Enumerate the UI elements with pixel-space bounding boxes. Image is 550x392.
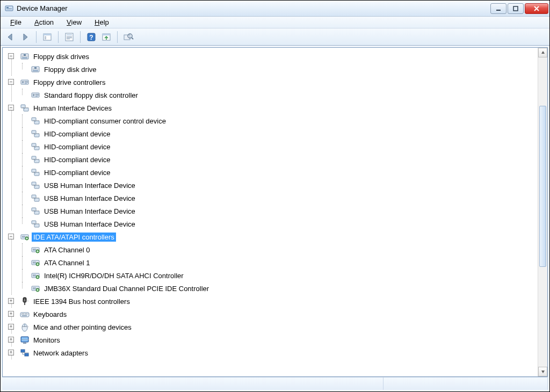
tree-node[interactable]: JMB36X Standard Dual Channel PCIE IDE Co…: [30, 282, 538, 295]
expand-icon[interactable]: +: [8, 324, 14, 330]
tree-node-label[interactable]: Intel(R) ICH9R/DO/DH SATA AHCI Controlle…: [42, 271, 185, 280]
scroll-up-arrow[interactable]: [538, 48, 547, 57]
scan-hardware-button[interactable]: [100, 31, 113, 43]
svg-rect-49: [32, 182, 36, 185]
collapse-icon[interactable]: −: [8, 79, 14, 85]
tree-node[interactable]: USB Human Interface Device: [30, 205, 538, 217]
tree-node[interactable]: Floppy disk drive: [30, 63, 538, 76]
update-driver-button[interactable]: [122, 31, 135, 43]
vertical-scrollbar[interactable]: [538, 48, 547, 376]
forward-button[interactable]: [19, 31, 32, 43]
expand-icon[interactable]: +: [8, 350, 14, 355]
menu-view[interactable]: View: [61, 17, 87, 27]
collapse-icon[interactable]: −: [8, 53, 14, 59]
titlebar[interactable]: Device Manager: [1, 1, 549, 17]
toolbar-separator: [80, 31, 81, 43]
tree-node[interactable]: HID-compliant consumer control device: [30, 114, 538, 127]
show-hidden-button[interactable]: [41, 31, 54, 43]
tree-node-label[interactable]: Floppy disk drive: [42, 65, 98, 74]
tree-node-label[interactable]: Mice and other pointing devices: [32, 323, 133, 332]
status-cell-1: [2, 378, 383, 390]
tree-node-label[interactable]: Network adapters: [32, 349, 90, 358]
tree-node[interactable]: Intel(R) ICH9R/DO/DH SATA AHCI Controlle…: [30, 269, 538, 282]
menu-action[interactable]: Action: [29, 17, 59, 27]
tree-node-label[interactable]: ATA Channel 1: [42, 258, 92, 267]
tree-node[interactable]: USB Human Interface Device: [30, 217, 538, 230]
tree-node[interactable]: IEEE 1394 Bus host controllers: [19, 295, 538, 308]
tree-node-label[interactable]: ATA Channel 0: [42, 245, 92, 255]
tree-node-label[interactable]: HID-compliant device: [42, 155, 112, 164]
app-icon: [5, 4, 13, 13]
tree-node-label[interactable]: Human Interface Devices: [32, 104, 113, 113]
tree-node[interactable]: IDE ATA/ATAPI controllers: [19, 230, 538, 243]
tree-node[interactable]: ATA Channel 0: [30, 243, 538, 256]
svg-rect-6: [44, 34, 51, 35]
tree-node[interactable]: USB Human Interface Device: [30, 192, 538, 205]
maximize-button[interactable]: [508, 3, 524, 14]
collapse-icon[interactable]: −: [8, 105, 14, 111]
expand-icon[interactable]: +: [8, 337, 14, 343]
tree-node[interactable]: Floppy disk drives: [19, 50, 538, 63]
tree-node[interactable]: USB Human Interface Device: [30, 179, 538, 192]
tree-node-label[interactable]: IDE ATA/ATAPI controllers: [32, 233, 116, 242]
help-button[interactable]: ?: [85, 31, 98, 43]
menu-help[interactable]: Help: [89, 17, 114, 27]
no-expander: [19, 285, 25, 291]
tree-node-label[interactable]: JMB36X Standard Dual Channel PCIE IDE Co…: [42, 284, 211, 293]
tree-node[interactable]: HID-compliant device: [30, 127, 538, 140]
tree-node[interactable]: Network adapters: [19, 346, 538, 359]
hid-icon: [31, 129, 40, 139]
hid-icon: [31, 206, 40, 216]
tree-node[interactable]: Monitors: [19, 333, 538, 346]
svg-rect-14: [67, 39, 70, 39]
expand-icon[interactable]: +: [8, 298, 14, 304]
tree-node[interactable]: Human Interface Devices: [19, 101, 538, 114]
collapse-icon[interactable]: −: [8, 234, 14, 239]
expand-icon[interactable]: +: [8, 311, 14, 317]
tree-node-label[interactable]: USB Human Interface Device: [42, 181, 137, 190]
floppy-drive-icon: [31, 64, 40, 74]
no-expander: [19, 259, 25, 265]
svg-rect-58: [22, 236, 25, 238]
tree-node[interactable]: HID-compliant device: [30, 153, 538, 166]
window-title: Device Manager: [17, 4, 68, 12]
tree-node-label[interactable]: HID-compliant device: [42, 129, 112, 139]
svg-rect-3: [496, 10, 501, 11]
no-expander: [19, 246, 25, 252]
tree-node[interactable]: Standard floppy disk controller: [30, 89, 538, 101]
menu-file[interactable]: File: [5, 17, 27, 27]
properties-button[interactable]: [63, 31, 76, 43]
tree-node-label[interactable]: IEEE 1394 Bus host controllers: [32, 297, 132, 306]
scroll-thumb[interactable]: [539, 106, 546, 267]
no-expander: [19, 272, 25, 278]
device-tree[interactable]: −Floppy disk drivesFloppy disk drive−Flo…: [8, 50, 538, 359]
tree-node[interactable]: HID-compliant device: [30, 140, 538, 153]
tree-node[interactable]: Mice and other pointing devices: [19, 321, 538, 333]
svg-rect-82: [21, 337, 28, 342]
tree-node-label[interactable]: USB Human Interface Device: [42, 194, 137, 203]
minimize-button[interactable]: [490, 3, 506, 14]
tree-node-label[interactable]: HID-compliant consumer control device: [42, 117, 168, 126]
ide-icon: [31, 245, 40, 255]
tree-node-label[interactable]: HID-compliant device: [42, 168, 112, 177]
scroll-track[interactable]: [538, 57, 547, 367]
tree-node[interactable]: Floppy drive controllers: [19, 76, 538, 89]
scroll-down-arrow[interactable]: [538, 367, 547, 376]
svg-rect-84: [21, 350, 25, 352]
tree-node-label[interactable]: Keyboards: [32, 310, 68, 319]
tree-node-label[interactable]: Standard floppy disk controller: [42, 91, 140, 100]
no-expander: [19, 182, 25, 188]
tree-node[interactable]: Keyboards: [19, 308, 538, 321]
tree-node[interactable]: HID-compliant device: [30, 166, 538, 179]
tree-node-label[interactable]: Floppy drive controllers: [32, 78, 107, 87]
tree-node-label[interactable]: HID-compliant device: [42, 142, 112, 151]
tree-node[interactable]: ATA Channel 1: [30, 256, 538, 269]
tree-node-label[interactable]: Monitors: [32, 336, 62, 345]
tree-node-label[interactable]: USB Human Interface Device: [42, 220, 137, 229]
no-expander: [19, 221, 25, 227]
back-button[interactable]: [4, 31, 17, 43]
tree-node-label[interactable]: USB Human Interface Device: [42, 207, 137, 216]
close-button[interactable]: [525, 3, 548, 14]
no-expander: [19, 92, 25, 98]
tree-node-label[interactable]: Floppy disk drives: [32, 52, 91, 61]
